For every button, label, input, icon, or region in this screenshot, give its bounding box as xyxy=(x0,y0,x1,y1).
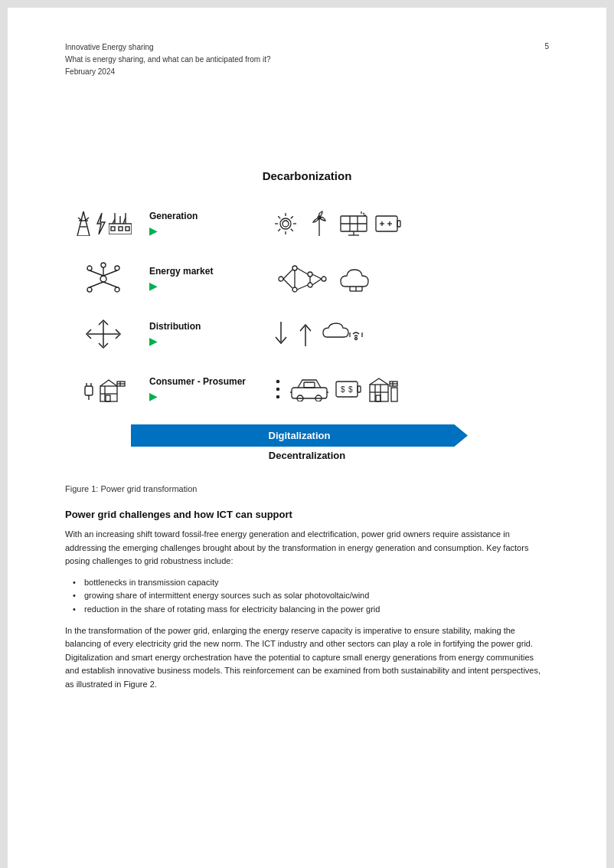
wind-icon xyxy=(305,210,333,237)
distribution-arrow: ▶ xyxy=(149,335,158,347)
svg-line-49 xyxy=(90,270,103,276)
svg-line-1 xyxy=(83,211,90,236)
svg-line-61 xyxy=(283,279,292,288)
network-left-icon xyxy=(82,260,125,297)
page-header: Innovative Energy sharing What is energy… xyxy=(65,42,549,77)
generation-label: Generation xyxy=(149,211,198,221)
building-left-icon xyxy=(97,375,126,403)
svg-text:$: $ xyxy=(348,385,353,394)
energy-market-arrow: ▶ xyxy=(149,280,158,292)
header-line2: What is energy sharing, and what can be … xyxy=(65,54,270,65)
svg-point-93 xyxy=(277,388,279,391)
svg-rect-38 xyxy=(397,221,400,227)
battery2-icon: $ $ xyxy=(335,378,362,400)
car-icon xyxy=(290,377,328,401)
svg-point-45 xyxy=(115,266,119,270)
generation-row: Generation ▶ xyxy=(65,196,549,251)
svg-rect-105 xyxy=(370,385,388,401)
svg-rect-10 xyxy=(126,227,129,231)
svg-line-50 xyxy=(103,270,117,276)
up-arrow-icon xyxy=(296,320,315,348)
distribution-row: Distribution ▶ xyxy=(65,306,549,362)
svg-point-16 xyxy=(280,218,291,229)
svg-point-58 xyxy=(308,283,312,287)
page-number: 5 xyxy=(544,42,549,51)
svg-line-52 xyxy=(103,282,117,287)
svg-point-17 xyxy=(283,221,289,227)
cloud-wifi-icon xyxy=(321,320,364,348)
gear-sun-icon xyxy=(272,210,299,237)
svg-line-25 xyxy=(278,229,280,231)
svg-rect-100 xyxy=(304,382,315,388)
diagram-container: Decarbonization xyxy=(65,169,549,461)
svg-line-65 xyxy=(312,274,322,279)
distribution-left-icons xyxy=(65,317,142,351)
factory-icon xyxy=(109,213,132,234)
svg-point-56 xyxy=(292,287,297,292)
svg-point-57 xyxy=(308,272,312,277)
svg-rect-109 xyxy=(376,395,380,401)
energy-market-row: Energy market ▶ xyxy=(65,251,549,306)
distribution-label-area: Distribution ▶ xyxy=(142,321,264,347)
generation-right-icons xyxy=(264,210,549,237)
svg-rect-101 xyxy=(336,382,358,397)
svg-line-66 xyxy=(312,279,322,285)
distribution-label: Distribution xyxy=(149,321,201,332)
section-paragraph1: With an increasing shift toward fossil-f… xyxy=(65,528,549,568)
down-arrow-icon xyxy=(272,320,290,348)
consumer-prosumer-row: Consumer - Prosumer ▶ xyxy=(65,362,549,417)
distribution-right-icons xyxy=(264,320,549,348)
section-title: Power grid challenges and how ICT can su… xyxy=(65,509,549,520)
svg-rect-81 xyxy=(85,386,93,395)
svg-rect-88 xyxy=(106,395,110,401)
svg-line-23 xyxy=(291,229,293,231)
svg-point-48 xyxy=(101,263,106,267)
digitalization-label: Digitalization xyxy=(269,430,331,441)
generation-label-area: Generation ▶ xyxy=(142,211,264,237)
tower-icon xyxy=(75,211,92,236)
svg-rect-37 xyxy=(376,216,397,231)
decentralization-label: Decentralization xyxy=(131,450,483,461)
svg-line-60 xyxy=(283,270,292,279)
svg-rect-102 xyxy=(358,386,361,392)
svg-rect-9 xyxy=(119,227,122,231)
energy-market-right-icons xyxy=(264,262,549,296)
lightning-icon xyxy=(94,213,106,234)
battery-icon xyxy=(374,212,402,235)
diagram-title: Decarbonization xyxy=(263,169,352,182)
generation-arrow: ▶ xyxy=(149,224,158,237)
energy-market-label: Energy market xyxy=(149,266,213,277)
svg-line-62 xyxy=(297,268,308,274)
section-paragraph2: In the transformation of the power grid,… xyxy=(65,624,549,692)
svg-point-92 xyxy=(277,381,279,383)
digitalization-bar: Digitalization xyxy=(131,424,468,447)
generation-left-icons xyxy=(65,211,142,236)
header-line1: Innovative Energy sharing xyxy=(65,42,270,53)
page: Innovative Energy sharing What is energy… xyxy=(8,8,606,868)
svg-point-59 xyxy=(322,277,326,281)
consumer-prosumer-label: Consumer - Prosumer xyxy=(149,376,246,387)
consumer-right-icons: $ $ xyxy=(264,375,549,403)
svg-point-46 xyxy=(87,287,92,292)
diagram-rows: Generation ▶ xyxy=(65,196,549,417)
svg-rect-113 xyxy=(391,388,397,401)
svg-line-35 xyxy=(363,213,364,215)
svg-point-47 xyxy=(115,287,119,292)
figure-caption: Figure 1: Power grid transformation xyxy=(65,484,549,493)
svg-line-63 xyxy=(297,285,308,290)
svg-rect-8 xyxy=(111,227,115,231)
svg-point-55 xyxy=(292,266,297,270)
svg-point-43 xyxy=(100,276,106,282)
dots-icon xyxy=(272,375,284,403)
consumer-left-icons xyxy=(65,375,142,403)
consumer-prosumer-label-area: Consumer - Prosumer ▶ xyxy=(142,376,264,402)
svg-line-22 xyxy=(278,216,280,218)
svg-point-94 xyxy=(277,396,279,398)
bullet-item-1: bottlenecks in transmission capacity xyxy=(73,576,549,590)
svg-line-51 xyxy=(90,282,103,287)
svg-line-24 xyxy=(291,216,293,218)
network2-icon xyxy=(272,262,333,296)
svg-text:$: $ xyxy=(341,385,345,394)
header-line3: February 2024 xyxy=(65,67,270,77)
svg-point-44 xyxy=(87,266,92,270)
